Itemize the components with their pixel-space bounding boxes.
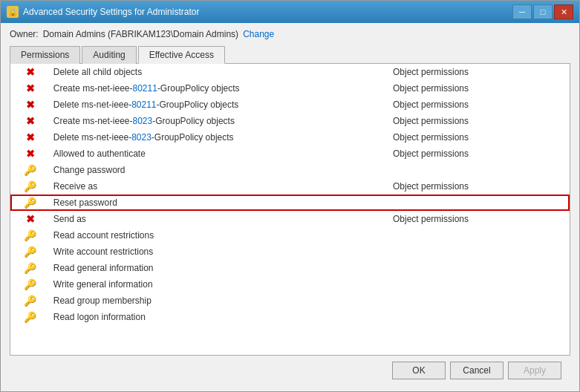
apply-button[interactable]: Apply <box>508 362 561 379</box>
button-row: OK Cancel Apply <box>10 356 570 385</box>
content-area: ✖Delete all child objectsObject permissi… <box>10 64 570 356</box>
deny-icon: ✖ <box>26 66 35 78</box>
row-icon: 🔑 <box>10 162 50 178</box>
tab-effective-access[interactable]: Effective Access <box>138 46 225 64</box>
row-icon: 🔑 <box>10 178 50 195</box>
row-icon: 🔑 <box>10 260 50 276</box>
owner-value: Domain Admins (FABRIKAM123\Domain Admins… <box>43 29 238 39</box>
table-row[interactable]: 🔑Read group membership <box>10 293 570 309</box>
title-bar-controls: ─ □ ✕ <box>512 4 573 19</box>
deny-icon: ✖ <box>26 115 35 127</box>
title-bar: 🔒 Advanced Security Settings for Adminis… <box>1 1 579 23</box>
table-row[interactable]: ✖Create ms-net-ieee-80211-GroupPolicy ob… <box>10 80 570 97</box>
row-name: Reset password <box>50 195 390 211</box>
row-name: Allowed to authenticate <box>50 146 390 162</box>
allow-icon: 🔑 <box>24 295 36 307</box>
allow-icon: 🔑 <box>24 278 36 290</box>
row-type: Object permissions <box>390 97 570 113</box>
row-icon: 🔑 <box>10 195 50 211</box>
row-name: Delete ms-net-ieee-8023-GroupPolicy obje… <box>50 129 390 146</box>
row-icon: 🔑 <box>10 244 50 260</box>
table-row[interactable]: 🔑Write account restrictions <box>10 244 570 260</box>
table-row[interactable]: 🔑Write general information <box>10 276 570 293</box>
window-body: Owner: Domain Admins (FABRIKAM123\Domain… <box>1 23 579 391</box>
table-row[interactable]: ✖Delete ms-net-ieee-80211-GroupPolicy ob… <box>10 97 570 113</box>
table-row[interactable]: 🔑Read general information <box>10 260 570 276</box>
table-row[interactable]: 🔑Receive asObject permissions <box>10 178 570 195</box>
row-name: Create ms-net-ieee-80211-GroupPolicy obj… <box>50 80 390 97</box>
table-row[interactable]: ✖Delete ms-net-ieee-8023-GroupPolicy obj… <box>10 129 570 146</box>
row-type: Object permissions <box>390 80 570 97</box>
table-row[interactable]: ✖Send asObject permissions <box>10 211 570 227</box>
row-name: Delete all child objects <box>50 64 390 80</box>
deny-icon: ✖ <box>26 148 35 160</box>
ok-button[interactable]: OK <box>392 362 446 379</box>
row-type: Object permissions <box>390 146 570 162</box>
row-icon: ✖ <box>10 129 50 146</box>
row-icon: 🔑 <box>10 276 50 293</box>
change-owner-link[interactable]: Change <box>243 29 274 39</box>
row-name: Read group membership <box>50 293 390 309</box>
tab-permissions[interactable]: Permissions <box>10 46 80 64</box>
row-name: Read general information <box>50 260 390 276</box>
row-icon: ✖ <box>10 64 50 80</box>
row-type <box>390 195 570 211</box>
table-row[interactable]: ✖Allowed to authenticateObject permissio… <box>10 146 570 162</box>
deny-icon: ✖ <box>26 99 35 111</box>
cancel-button[interactable]: Cancel <box>450 362 504 379</box>
allow-icon: 🔑 <box>24 164 36 176</box>
row-type <box>390 276 570 293</box>
row-name: Receive as <box>50 178 390 195</box>
window-icon: 🔒 <box>7 6 19 18</box>
maximize-button[interactable]: □ <box>533 4 553 19</box>
row-name: Change password <box>50 162 390 178</box>
row-type: Object permissions <box>390 64 570 80</box>
row-icon: 🔑 <box>10 293 50 309</box>
allow-icon: 🔑 <box>24 246 36 258</box>
row-icon: ✖ <box>10 80 50 97</box>
deny-icon: ✖ <box>26 131 35 143</box>
row-type: Object permissions <box>390 129 570 146</box>
row-name: Send as <box>50 211 390 227</box>
close-button[interactable]: ✕ <box>554 4 573 19</box>
owner-row: Owner: Domain Admins (FABRIKAM123\Domain… <box>10 29 570 39</box>
row-name: Create ms-net-ieee-8023-GroupPolicy obje… <box>50 113 390 129</box>
row-name: Read logon information <box>50 309 390 325</box>
deny-icon: ✖ <box>26 82 35 94</box>
main-window: 🔒 Advanced Security Settings for Adminis… <box>0 0 580 392</box>
row-name: Read account restrictions <box>50 227 390 244</box>
row-icon: ✖ <box>10 211 50 227</box>
table-row[interactable]: 🔑Change password <box>10 162 570 178</box>
row-icon: ✖ <box>10 97 50 113</box>
table-row[interactable]: ✖Delete all child objectsObject permissi… <box>10 64 570 80</box>
deny-icon: ✖ <box>26 213 35 225</box>
row-type <box>390 293 570 309</box>
row-name: Write general information <box>50 276 390 293</box>
row-icon: 🔑 <box>10 309 50 325</box>
row-type <box>390 260 570 276</box>
table-row[interactable]: 🔑Read account restrictions <box>10 227 570 244</box>
row-type: Object permissions <box>390 113 570 129</box>
window-title: Advanced Security Settings for Administr… <box>23 7 512 17</box>
table-row[interactable]: 🔑Read logon information <box>10 309 570 325</box>
row-icon: 🔑 <box>10 227 50 244</box>
allow-icon: 🔑 <box>24 262 36 274</box>
row-type <box>390 244 570 260</box>
tab-auditing[interactable]: Auditing <box>82 46 136 64</box>
allow-icon: 🔑 <box>24 229 36 241</box>
permissions-table: ✖Delete all child objectsObject permissi… <box>10 64 570 325</box>
row-icon: ✖ <box>10 146 50 162</box>
row-type <box>390 162 570 178</box>
row-type <box>390 227 570 244</box>
row-type: Object permissions <box>390 211 570 227</box>
row-name: Delete ms-net-ieee-80211-GroupPolicy obj… <box>50 97 390 113</box>
allow-icon: 🔑 <box>24 197 36 209</box>
minimize-button[interactable]: ─ <box>512 4 532 19</box>
row-type: Object permissions <box>390 178 570 195</box>
allow-icon: 🔑 <box>24 311 36 323</box>
table-row[interactable]: 🔑Reset password <box>10 195 570 211</box>
permissions-table-container[interactable]: ✖Delete all child objectsObject permissi… <box>10 64 570 355</box>
owner-label: Owner: <box>10 29 39 39</box>
table-row[interactable]: ✖Create ms-net-ieee-8023-GroupPolicy obj… <box>10 113 570 129</box>
row-name: Write account restrictions <box>50 244 390 260</box>
